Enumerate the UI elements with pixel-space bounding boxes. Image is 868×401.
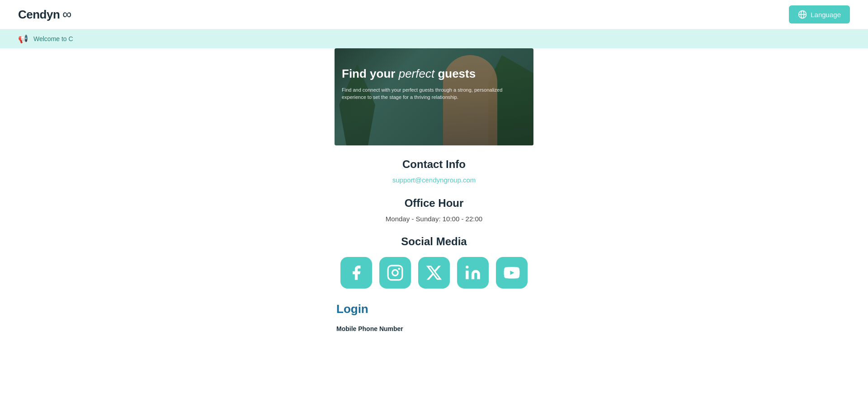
navbar: Cendyn∞ Language xyxy=(0,0,868,29)
globe-icon xyxy=(798,10,807,19)
instagram-icon xyxy=(387,264,404,281)
logo-text: Cendyn xyxy=(18,8,60,22)
linkedin-button[interactable] xyxy=(457,257,489,289)
office-hours-section: Office Hour Monday - Sunday: 10:00 - 22:… xyxy=(335,197,533,223)
hero-text: Find your perfect guests Find and connec… xyxy=(342,66,526,101)
facebook-icon xyxy=(348,264,365,281)
office-hours-text: Monday - Sunday: 10:00 - 22:00 xyxy=(335,215,533,223)
hero-subtitle: Find and connect with your perfect guest… xyxy=(342,86,526,101)
contact-email-link[interactable]: support@cendyngroup.com xyxy=(392,176,476,184)
twitter-x-icon xyxy=(425,264,443,281)
login-section: Login Mobile Phone Number xyxy=(335,302,533,335)
hero-banner: Find your perfect guests Find and connec… xyxy=(335,48,533,145)
announcement-text: Welcome to C xyxy=(33,35,73,42)
main-content: Find your perfect guests Find and connec… xyxy=(0,48,868,353)
announcement-bar: 📢 Welcome to C xyxy=(0,29,868,48)
youtube-button[interactable] xyxy=(496,257,528,289)
svg-rect-6 xyxy=(466,270,468,279)
svg-point-5 xyxy=(398,268,400,270)
svg-rect-3 xyxy=(388,266,402,280)
social-icons-container xyxy=(335,257,533,289)
twitter-x-button[interactable] xyxy=(418,257,450,289)
logo: Cendyn∞ xyxy=(18,7,71,22)
contact-info-section: Contact Info support@cendyngroup.com xyxy=(335,158,533,184)
hero-title: Find your perfect guests xyxy=(342,66,526,82)
facebook-button[interactable] xyxy=(340,257,372,289)
svg-point-7 xyxy=(466,266,468,268)
office-hours-title: Office Hour xyxy=(335,197,533,210)
social-media-section: Social Media xyxy=(335,235,533,289)
announcement-icon: 📢 xyxy=(18,34,28,44)
contact-info-title: Contact Info xyxy=(335,158,533,171)
mobile-phone-label: Mobile Phone Number xyxy=(336,325,532,332)
language-button[interactable]: Language xyxy=(789,5,850,23)
login-title: Login xyxy=(336,302,532,316)
social-media-title: Social Media xyxy=(335,235,533,248)
instagram-button[interactable] xyxy=(379,257,411,289)
youtube-icon xyxy=(503,264,520,281)
svg-point-4 xyxy=(392,270,398,276)
logo-infinity: ∞ xyxy=(62,7,71,22)
linkedin-icon xyxy=(464,264,481,281)
